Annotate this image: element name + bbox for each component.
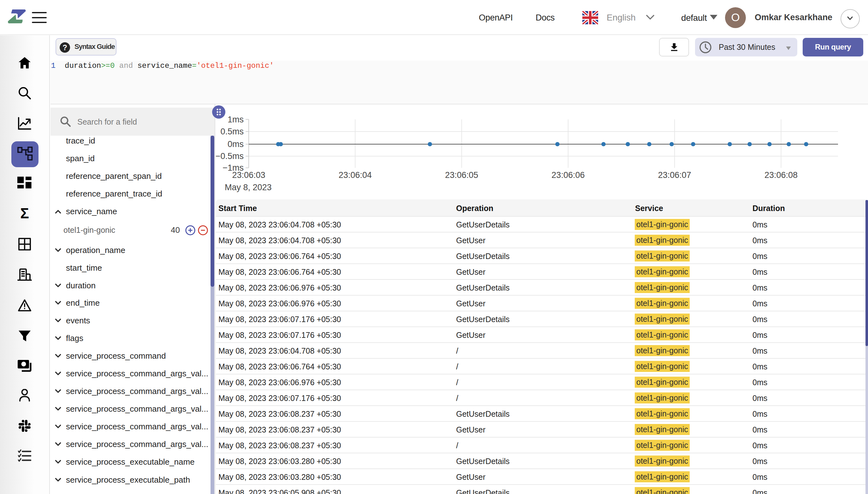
svg-text:May 8, 2023: May 8, 2023	[225, 183, 272, 192]
svg-text:Σ: Σ	[20, 208, 29, 222]
svg-text:23:06:06: 23:06:06	[551, 170, 585, 180]
svg-text:23:06:08: 23:06:08	[764, 170, 798, 180]
svg-text:−0.5ms: −0.5ms	[216, 151, 244, 161]
svg-text:23:06:03: 23:06:03	[232, 170, 265, 180]
svg-text:0ms: 0ms	[227, 139, 244, 149]
svg-text:23:06:07: 23:06:07	[658, 170, 691, 180]
svg-text:23:06:05: 23:06:05	[445, 170, 478, 180]
svg-text:1ms: 1ms	[227, 115, 244, 124]
svg-text:0.5ms: 0.5ms	[220, 127, 244, 136]
svg-text:23:06:04: 23:06:04	[339, 170, 372, 180]
